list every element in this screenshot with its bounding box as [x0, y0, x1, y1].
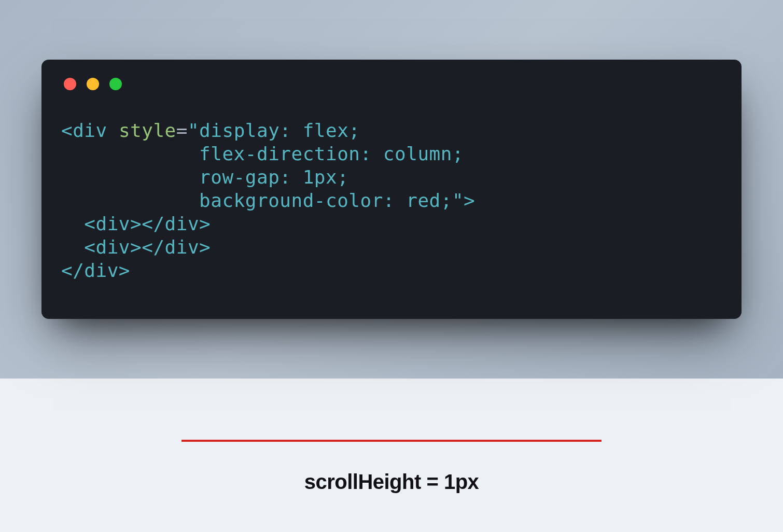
- code-token: >: [464, 190, 475, 211]
- close-icon: [64, 78, 76, 90]
- code-token: </div>: [61, 260, 130, 281]
- code-token: "display: flex;: [188, 120, 360, 141]
- code-token: <div></div>: [61, 236, 211, 258]
- code-window: <div style="display: flex; flex-directio…: [41, 60, 742, 319]
- traffic-lights: [64, 78, 722, 90]
- code-token: row-gap: 1px;: [61, 166, 348, 188]
- maximize-icon: [109, 78, 122, 90]
- result-section: scrollHeight = 1px: [0, 379, 783, 494]
- code-token: flex-direction: column;: [61, 143, 464, 164]
- code-block: <div style="display: flex; flex-directio…: [61, 119, 722, 282]
- caption-label: scrollHeight = 1px: [0, 470, 783, 494]
- code-demo-section: <div style="display: flex; flex-directio…: [0, 0, 783, 379]
- minimize-icon: [87, 78, 99, 90]
- code-token: background-color: red;": [61, 190, 464, 211]
- code-token: <div></div>: [61, 213, 211, 234]
- code-token: =: [176, 120, 188, 141]
- code-token: <div: [61, 120, 119, 141]
- code-token: style: [119, 120, 176, 141]
- rendered-output-line: [181, 440, 602, 442]
